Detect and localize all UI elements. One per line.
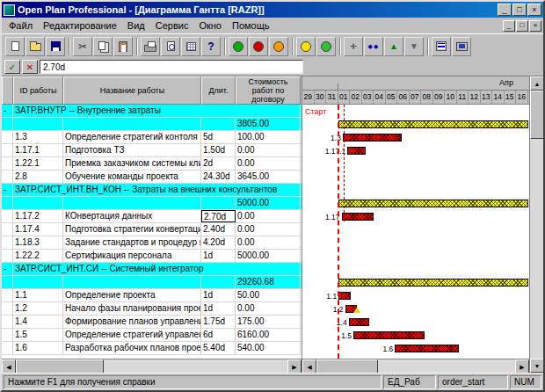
cell-name[interactable]: Сертификация персонала [63, 250, 201, 262]
gantt-bar-summary[interactable] [338, 200, 528, 207]
table-row-summary[interactable]: 3805.00 [2, 118, 302, 131]
table-row[interactable]: 1.2Начало фазы планирования проекта1d0.0… [2, 302, 302, 316]
close-icon[interactable]: × [527, 4, 541, 16]
duration-edit-cell[interactable]: 2.70d [201, 210, 236, 222]
print-preview-icon[interactable] [161, 37, 180, 56]
table-row[interactable]: 1.3Определение стратегий контоля и отч5d… [2, 131, 302, 144]
cell-cost[interactable]: 0.00 [236, 157, 301, 170]
cost-analysis-icon[interactable] [269, 37, 288, 56]
cancel-edit-button[interactable]: ✕ [22, 60, 38, 74]
scroll-track[interactable] [530, 91, 543, 359]
cell-id[interactable]: 1.5 [13, 329, 63, 341]
app-icon[interactable] [4, 4, 15, 16]
cell-id[interactable]: 1.3 [13, 131, 63, 143]
header-cost[interactable]: Стоимость работ по договору [236, 76, 301, 105]
cell-id[interactable]: 1.18.3 [13, 236, 63, 249]
link-activities-icon[interactable]: ◆◆ [364, 37, 383, 56]
gantt-bar-task[interactable]: 1.17 [342, 213, 374, 221]
expander[interactable]: - [2, 263, 13, 275]
table-row[interactable]: 1.6Разработка рабочих планов проекта5.40… [2, 342, 302, 355]
demote-icon[interactable]: ▼ [404, 37, 424, 56]
table-row-group[interactable]: -ЗАТР.СИСТ_ИНТ.ВН_КОН -- Затраты на внеш… [2, 184, 302, 197]
cell-cost[interactable]: 0.00 [236, 236, 301, 249]
gantt-bar-task[interactable]: 1.1 [338, 292, 351, 300]
table-row[interactable]: 1.22.2Сертификация персонала1d5000.00 [2, 250, 302, 263]
clock-icon[interactable] [296, 37, 316, 56]
cell-cost[interactable]: 540.00 [236, 342, 301, 354]
cell-duration[interactable]: 1d [201, 250, 236, 262]
table-row[interactable]: 2.8Обучение команды проекта24.30d3645.00 [2, 171, 302, 184]
gantt-view-icon[interactable] [432, 37, 451, 56]
gantt-bar-summary[interactable] [338, 279, 528, 287]
menu-help[interactable]: Помощь [227, 18, 275, 33]
scroll-track[interactable] [316, 359, 515, 373]
help-icon[interactable]: ? [201, 37, 221, 56]
cell-edit-input[interactable] [40, 60, 303, 74]
gantt-bar-task[interactable]: 1.4 [349, 318, 370, 326]
table-row-group[interactable]: -ЗАТР.СИСТ_ИНТ.СИ -- Системный интеграто… [2, 263, 302, 276]
cell-duration[interactable]: 1.75d [201, 316, 236, 328]
header-expander[interactable] [2, 76, 13, 105]
menu-edit[interactable]: Редактирование [38, 18, 122, 33]
child-minimize-icon[interactable]: _ [503, 20, 515, 32]
cell-cost[interactable]: 0.00 [236, 223, 301, 236]
resource-analysis-icon[interactable] [249, 37, 268, 56]
gantt-bar-task[interactable]: 1.5 [353, 331, 425, 339]
cut-icon[interactable]: ✂ [73, 37, 92, 56]
scroll-left-icon[interactable]: ◀ [302, 359, 316, 373]
cell-name[interactable]: Разработка рабочих планов проекта [63, 342, 201, 354]
time-analysis-icon[interactable] [229, 37, 248, 56]
cell-duration[interactable]: 5d [201, 131, 236, 143]
gantt-bar-task[interactable]: 1.17.1 [347, 147, 365, 155]
cell-cost[interactable]: 100.00 [236, 131, 301, 143]
scroll-thumb[interactable] [530, 91, 543, 139]
gantt-bar-summary[interactable] [338, 120, 528, 128]
menu-window[interactable]: Окно [193, 18, 227, 33]
gantt-bar-task[interactable]: 1.6 [395, 345, 459, 352]
print-icon[interactable] [141, 37, 160, 56]
minimize-icon[interactable]: _ [498, 4, 512, 16]
cell-id[interactable]: 1.22.1 [13, 157, 63, 170]
cell-duration[interactable]: 6d [201, 329, 236, 341]
cell-id[interactable]: 2.8 [13, 171, 63, 183]
cell-duration[interactable]: 1.50d [201, 144, 236, 156]
open-folder-icon[interactable] [25, 37, 45, 56]
child-restore-icon[interactable]: □ [516, 20, 528, 32]
cell-cost[interactable]: 3645.00 [236, 171, 301, 183]
cell-name[interactable]: Начало фазы планирования проекта [63, 302, 201, 315]
cell-id[interactable]: 1.6 [13, 342, 63, 354]
cell-name[interactable]: КОнвертация данных [63, 210, 201, 222]
accept-edit-button[interactable]: ✓ [4, 60, 20, 74]
table-row[interactable]: 1.17.1Подготовка ТЗ1.50d0.00 [2, 144, 302, 157]
cell-duration[interactable]: 2d [201, 157, 236, 170]
cell-name[interactable]: Подготовка стратегии конвертации [63, 223, 201, 236]
cell-name[interactable]: Определение проекта [63, 289, 201, 301]
cell-cost[interactable]: 175.00 [236, 316, 301, 328]
gantt-bar-task[interactable]: 1.2 [345, 305, 358, 313]
table-row[interactable]: 1.17.4Подготовка стратегии конвертации2.… [2, 223, 302, 236]
scroll-track[interactable] [16, 359, 287, 373]
cell-cost[interactable]: 0.00 [236, 144, 301, 156]
expander[interactable]: - [2, 184, 13, 196]
child-close-icon[interactable]: × [529, 20, 541, 32]
cell-cost[interactable]: 5000.00 [236, 250, 301, 262]
cell-duration[interactable]: 24.30d [201, 171, 236, 183]
scroll-right-icon[interactable]: ▶ [515, 359, 529, 373]
cell-name[interactable]: Определение стратегий контоля и отч [63, 131, 201, 143]
cell-name[interactable]: Обучение команды проекта [63, 171, 201, 183]
menu-view[interactable]: Вид [122, 18, 150, 33]
table-row[interactable]: 1.4Формирование планов управления1.75d17… [2, 316, 302, 329]
paste-icon[interactable] [113, 37, 133, 56]
table-row[interactable]: 1.22.1Приемка заказчиком системы клиент2… [2, 157, 302, 171]
maximize-icon[interactable]: □ [512, 4, 527, 16]
cell-id[interactable]: 1.22.2 [13, 250, 63, 262]
table-row-group[interactable]: -ЗАТР.ВНУТР -- Внутренние затраты [2, 105, 302, 118]
table-row[interactable]: 1.5Определение стратегий управления и6d6… [2, 329, 302, 342]
cell-name[interactable]: Формирование планов управления [63, 316, 201, 328]
cell-id[interactable]: 1.17.1 [13, 144, 63, 156]
cell-cost[interactable]: 50.00 [236, 289, 301, 301]
table-row-summary[interactable]: 29260.68 [2, 276, 302, 289]
scroll-right-icon[interactable]: ▶ [287, 359, 302, 373]
copy-icon[interactable] [93, 37, 113, 56]
cell-name[interactable]: Приемка заказчиком системы клиент [63, 157, 201, 170]
